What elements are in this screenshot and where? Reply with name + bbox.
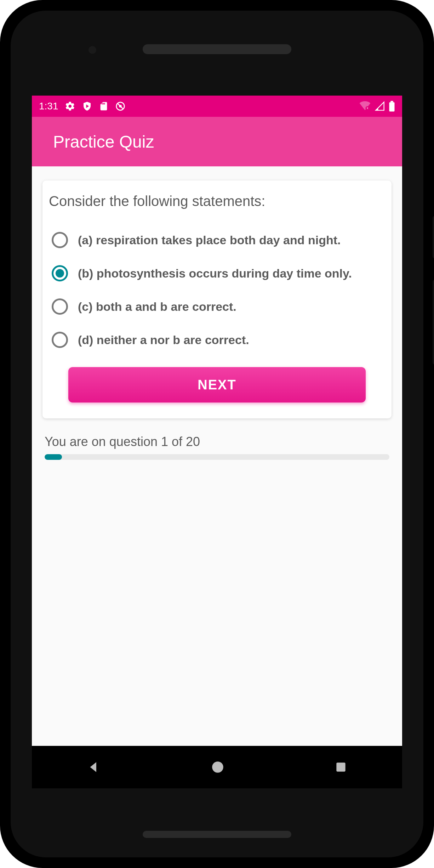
app-title: Practice Quiz bbox=[53, 132, 154, 152]
status-left: 1:31 bbox=[39, 101, 126, 112]
question-card: Consider the following statements: (a) r… bbox=[42, 181, 392, 418]
svg-rect-7 bbox=[336, 763, 345, 771]
question-text: Consider the following statements: bbox=[48, 190, 386, 223]
progress-fill bbox=[45, 454, 62, 460]
radio-icon bbox=[52, 332, 68, 348]
svg-rect-5 bbox=[390, 101, 393, 102]
battery-icon bbox=[389, 101, 395, 112]
nav-back-button[interactable] bbox=[86, 760, 101, 775]
side-button-1 bbox=[433, 216, 434, 258]
status-bar: 1:31 x bbox=[32, 96, 402, 117]
option-a[interactable]: (a) respiration takes place both day and… bbox=[48, 223, 386, 257]
status-time: 1:31 bbox=[39, 101, 58, 112]
svg-point-1 bbox=[119, 105, 122, 108]
speaker-bottom bbox=[143, 831, 291, 838]
nav-recent-button[interactable] bbox=[334, 760, 348, 774]
device-frame: 1:31 x bbox=[0, 0, 434, 868]
sd-card-icon bbox=[99, 101, 109, 111]
signal-icon bbox=[375, 101, 385, 111]
option-b[interactable]: (b) photosynthesis occurs during day tim… bbox=[48, 257, 386, 290]
side-button-2 bbox=[433, 280, 434, 365]
next-button[interactable]: NEXT bbox=[68, 367, 366, 402]
radio-icon bbox=[52, 265, 68, 281]
option-label: (c) both a and b are correct. bbox=[78, 300, 236, 314]
screen: 1:31 x bbox=[32, 96, 402, 788]
nav-home-button[interactable] bbox=[210, 760, 225, 775]
shield-play-icon bbox=[82, 101, 92, 112]
option-d[interactable]: (d) neither a nor b are correct. bbox=[48, 323, 386, 356]
speaker-top bbox=[143, 44, 291, 54]
radio-icon bbox=[52, 232, 68, 248]
circle-slash-icon bbox=[115, 101, 126, 112]
progress-bar bbox=[45, 454, 389, 460]
option-c[interactable]: (c) both a and b are correct. bbox=[48, 290, 386, 323]
app-bar: Practice Quiz bbox=[32, 117, 402, 166]
option-label: (b) photosynthesis occurs during day tim… bbox=[78, 267, 352, 280]
content-area: Consider the following statements: (a) r… bbox=[32, 166, 402, 460]
wifi-off-icon: x bbox=[359, 101, 371, 111]
option-label: (d) neither a nor b are correct. bbox=[78, 333, 249, 347]
radio-icon bbox=[52, 298, 68, 315]
settings-icon bbox=[65, 101, 75, 112]
status-right: x bbox=[359, 101, 395, 112]
option-label: (a) respiration takes place both day and… bbox=[78, 233, 341, 247]
svg-point-6 bbox=[212, 761, 223, 773]
camera-dot bbox=[88, 46, 96, 54]
progress-text: You are on question 1 of 20 bbox=[45, 434, 389, 449]
svg-rect-4 bbox=[389, 102, 395, 112]
android-nav-bar bbox=[32, 746, 402, 788]
device-inner: 1:31 x bbox=[11, 11, 423, 857]
options-group: (a) respiration takes place both day and… bbox=[48, 223, 386, 356]
progress-section: You are on question 1 of 20 bbox=[42, 418, 392, 460]
